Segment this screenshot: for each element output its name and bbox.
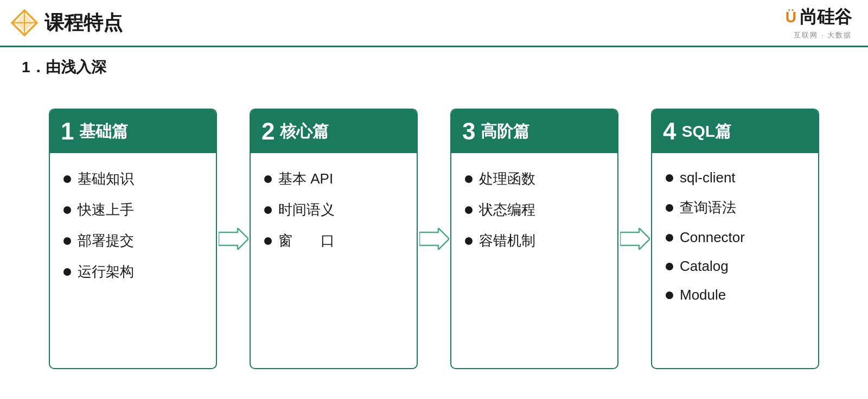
bullet-icon xyxy=(666,234,673,242)
item-text: 快速上手 xyxy=(78,200,134,219)
list-item: 运行架构 xyxy=(63,262,205,281)
arrow-1 xyxy=(217,228,250,250)
bullet-icon xyxy=(666,292,673,299)
card-1-title: 基础篇 xyxy=(79,121,128,143)
card-3-list: 处理函数 状态编程 容错机制 xyxy=(465,169,607,250)
logo-area: Ü 尚硅谷 互联网 · 大数据 xyxy=(786,5,852,40)
logo-text: Ü 尚硅谷 xyxy=(786,5,852,29)
card-3-title: 高阶篇 xyxy=(481,121,529,143)
bullet-icon xyxy=(666,174,673,182)
card-4-header: 4 SQL篇 xyxy=(652,110,818,153)
arrow-icon-1 xyxy=(219,228,248,250)
arrow-2 xyxy=(418,228,450,250)
list-item: 部署提交 xyxy=(63,231,205,250)
header-title: 课程特点 xyxy=(44,10,123,36)
list-item: 状态编程 xyxy=(465,200,607,219)
header-left: 课程特点 xyxy=(11,9,123,36)
list-item: Catalog xyxy=(666,258,807,275)
list-item: 查询语法 xyxy=(666,198,807,217)
bullet-icon xyxy=(63,175,71,183)
list-item: 基本 API xyxy=(264,169,406,188)
list-item: 快速上手 xyxy=(63,200,205,219)
card-2-body: 基本 API 时间语义 窗 口 xyxy=(251,153,417,368)
bullet-icon xyxy=(465,237,473,245)
list-item: 容错机制 xyxy=(465,231,607,250)
bullet-icon xyxy=(63,237,71,245)
svg-marker-4 xyxy=(219,228,248,250)
card-4-title: SQL篇 xyxy=(681,121,731,143)
item-text: Module xyxy=(680,287,726,303)
card-3: 3 高阶篇 处理函数 状态编程 容错机制 xyxy=(450,109,618,369)
card-1-number: 1 xyxy=(61,119,74,143)
list-item: 处理函数 xyxy=(465,169,607,188)
card-3-number: 3 xyxy=(462,119,475,143)
diamond-icon xyxy=(11,9,38,36)
bullet-icon xyxy=(63,206,71,214)
card-4: 4 SQL篇 sql-client 查询语法 Connector Catalog… xyxy=(651,109,819,369)
item-text: 处理函数 xyxy=(479,169,535,188)
card-2: 2 核心篇 基本 API 时间语义 窗 口 xyxy=(250,109,418,369)
bullet-icon xyxy=(666,263,673,270)
item-text: Connector xyxy=(680,229,745,246)
item-text: 部署提交 xyxy=(78,231,134,250)
list-item: Module xyxy=(666,287,807,303)
card-1-body: 基础知识 快速上手 部署提交 运行架构 xyxy=(50,153,216,368)
bullet-icon xyxy=(465,206,473,214)
section-title: 1．由浅入深 xyxy=(0,47,868,84)
item-text: Catalog xyxy=(680,258,729,275)
list-item: sql-client xyxy=(666,169,807,186)
card-1-header: 1 基础篇 xyxy=(50,110,216,153)
list-item: 时间语义 xyxy=(264,200,406,219)
svg-marker-5 xyxy=(419,228,449,250)
header: 课程特点 Ü 尚硅谷 互联网 · 大数据 xyxy=(0,0,868,47)
card-2-header: 2 核心篇 xyxy=(251,110,417,153)
item-text: sql-client xyxy=(680,169,736,186)
bullet-icon xyxy=(264,175,272,183)
bullet-icon xyxy=(666,204,673,212)
bullet-icon xyxy=(465,175,473,183)
list-item: 窗 口 xyxy=(264,231,406,250)
item-text: 时间语义 xyxy=(278,200,335,219)
logo-u-icon: Ü xyxy=(786,9,796,26)
arrow-icon-2 xyxy=(419,228,449,250)
logo-subtitle: 互联网 · 大数据 xyxy=(794,30,852,40)
item-text: 查询语法 xyxy=(680,198,736,217)
card-4-number: 4 xyxy=(663,119,676,143)
item-text: 状态编程 xyxy=(479,200,535,219)
logo-name: 尚硅谷 xyxy=(800,5,852,29)
card-3-header: 3 高阶篇 xyxy=(451,110,617,153)
item-text: 运行架构 xyxy=(78,262,134,281)
card-1: 1 基础篇 基础知识 快速上手 部署提交 运行架构 xyxy=(49,109,217,369)
bullet-icon xyxy=(264,237,272,245)
bullet-icon xyxy=(264,206,272,214)
item-text: 窗 口 xyxy=(278,231,335,250)
item-text: 基本 API xyxy=(278,169,333,188)
list-item: Connector xyxy=(666,229,807,246)
card-4-body: sql-client 查询语法 Connector Catalog Module xyxy=(652,153,818,368)
card-1-list: 基础知识 快速上手 部署提交 运行架构 xyxy=(63,169,205,281)
page-wrapper: 课程特点 Ü 尚硅谷 互联网 · 大数据 1．由浅入深 1 基础篇 基础知识 快… xyxy=(0,0,868,399)
card-2-list: 基本 API 时间语义 窗 口 xyxy=(264,169,406,250)
svg-marker-6 xyxy=(620,228,650,250)
card-3-body: 处理函数 状态编程 容错机制 xyxy=(451,153,617,368)
item-text: 容错机制 xyxy=(479,231,535,250)
cards-container: 1 基础篇 基础知识 快速上手 部署提交 运行架构 2 核心篇 xyxy=(0,84,868,399)
card-2-number: 2 xyxy=(261,119,275,143)
item-text: 基础知识 xyxy=(78,169,134,188)
card-4-list: sql-client 查询语法 Connector Catalog Module xyxy=(666,169,807,303)
card-2-title: 核心篇 xyxy=(280,121,329,143)
arrow-icon-3 xyxy=(620,228,650,250)
list-item: 基础知识 xyxy=(63,169,205,188)
bullet-icon xyxy=(63,268,71,276)
arrow-3 xyxy=(618,228,651,250)
